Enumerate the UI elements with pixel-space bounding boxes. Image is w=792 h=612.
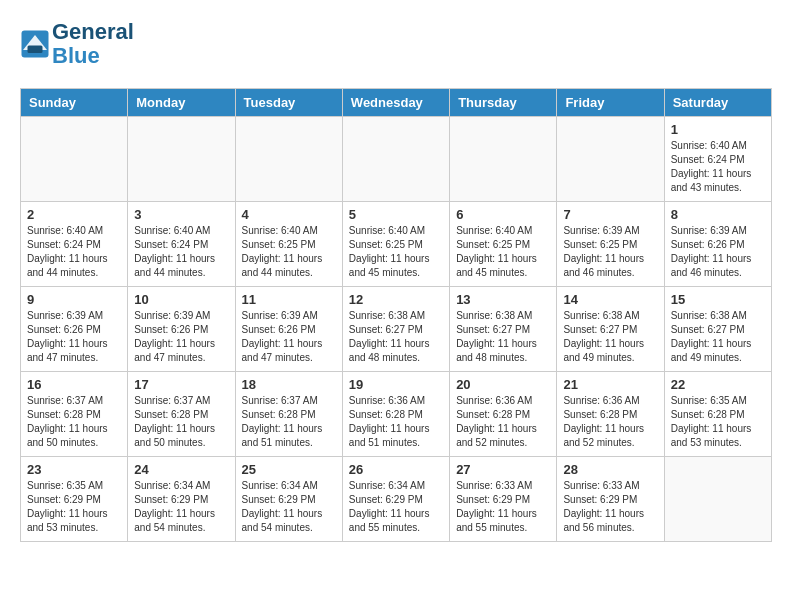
day-number: 18 <box>242 377 336 392</box>
day-info: Sunrise: 6:34 AM Sunset: 6:29 PM Dayligh… <box>134 479 228 535</box>
day-number: 28 <box>563 462 657 477</box>
calendar-cell: 3Sunrise: 6:40 AM Sunset: 6:24 PM Daylig… <box>128 202 235 287</box>
day-info: Sunrise: 6:37 AM Sunset: 6:28 PM Dayligh… <box>134 394 228 450</box>
day-info: Sunrise: 6:40 AM Sunset: 6:24 PM Dayligh… <box>671 139 765 195</box>
day-info: Sunrise: 6:37 AM Sunset: 6:28 PM Dayligh… <box>242 394 336 450</box>
calendar-cell <box>235 117 342 202</box>
calendar-cell: 27Sunrise: 6:33 AM Sunset: 6:29 PM Dayli… <box>450 457 557 542</box>
day-info: Sunrise: 6:38 AM Sunset: 6:27 PM Dayligh… <box>671 309 765 365</box>
calendar-cell: 28Sunrise: 6:33 AM Sunset: 6:29 PM Dayli… <box>557 457 664 542</box>
weekday-header-wednesday: Wednesday <box>342 89 449 117</box>
calendar-cell: 22Sunrise: 6:35 AM Sunset: 6:28 PM Dayli… <box>664 372 771 457</box>
calendar-cell: 15Sunrise: 6:38 AM Sunset: 6:27 PM Dayli… <box>664 287 771 372</box>
calendar-cell: 24Sunrise: 6:34 AM Sunset: 6:29 PM Dayli… <box>128 457 235 542</box>
day-number: 22 <box>671 377 765 392</box>
weekday-header-friday: Friday <box>557 89 664 117</box>
day-info: Sunrise: 6:37 AM Sunset: 6:28 PM Dayligh… <box>27 394 121 450</box>
day-number: 4 <box>242 207 336 222</box>
calendar-cell: 14Sunrise: 6:38 AM Sunset: 6:27 PM Dayli… <box>557 287 664 372</box>
day-info: Sunrise: 6:39 AM Sunset: 6:25 PM Dayligh… <box>563 224 657 280</box>
day-number: 16 <box>27 377 121 392</box>
calendar-cell <box>450 117 557 202</box>
day-info: Sunrise: 6:40 AM Sunset: 6:24 PM Dayligh… <box>134 224 228 280</box>
day-info: Sunrise: 6:33 AM Sunset: 6:29 PM Dayligh… <box>563 479 657 535</box>
calendar-cell: 6Sunrise: 6:40 AM Sunset: 6:25 PM Daylig… <box>450 202 557 287</box>
calendar-cell: 19Sunrise: 6:36 AM Sunset: 6:28 PM Dayli… <box>342 372 449 457</box>
day-number: 26 <box>349 462 443 477</box>
day-number: 2 <box>27 207 121 222</box>
calendar-cell <box>557 117 664 202</box>
calendar-cell: 12Sunrise: 6:38 AM Sunset: 6:27 PM Dayli… <box>342 287 449 372</box>
day-info: Sunrise: 6:39 AM Sunset: 6:26 PM Dayligh… <box>27 309 121 365</box>
calendar-cell <box>342 117 449 202</box>
weekday-header-thursday: Thursday <box>450 89 557 117</box>
day-info: Sunrise: 6:38 AM Sunset: 6:27 PM Dayligh… <box>563 309 657 365</box>
day-info: Sunrise: 6:34 AM Sunset: 6:29 PM Dayligh… <box>349 479 443 535</box>
day-info: Sunrise: 6:34 AM Sunset: 6:29 PM Dayligh… <box>242 479 336 535</box>
weekday-header-saturday: Saturday <box>664 89 771 117</box>
calendar-cell: 16Sunrise: 6:37 AM Sunset: 6:28 PM Dayli… <box>21 372 128 457</box>
logo: GeneralBlue <box>20 20 134 68</box>
day-info: Sunrise: 6:33 AM Sunset: 6:29 PM Dayligh… <box>456 479 550 535</box>
calendar-cell: 9Sunrise: 6:39 AM Sunset: 6:26 PM Daylig… <box>21 287 128 372</box>
calendar-cell <box>21 117 128 202</box>
day-number: 15 <box>671 292 765 307</box>
day-info: Sunrise: 6:36 AM Sunset: 6:28 PM Dayligh… <box>456 394 550 450</box>
day-number: 25 <box>242 462 336 477</box>
day-number: 6 <box>456 207 550 222</box>
logo-blue: Blue <box>52 43 100 68</box>
weekday-header-monday: Monday <box>128 89 235 117</box>
day-info: Sunrise: 6:36 AM Sunset: 6:28 PM Dayligh… <box>563 394 657 450</box>
day-info: Sunrise: 6:36 AM Sunset: 6:28 PM Dayligh… <box>349 394 443 450</box>
calendar-cell <box>128 117 235 202</box>
day-number: 3 <box>134 207 228 222</box>
calendar-cell: 21Sunrise: 6:36 AM Sunset: 6:28 PM Dayli… <box>557 372 664 457</box>
day-info: Sunrise: 6:40 AM Sunset: 6:24 PM Dayligh… <box>27 224 121 280</box>
day-number: 1 <box>671 122 765 137</box>
calendar-table: SundayMondayTuesdayWednesdayThursdayFrid… <box>20 88 772 542</box>
calendar-cell: 7Sunrise: 6:39 AM Sunset: 6:25 PM Daylig… <box>557 202 664 287</box>
day-info: Sunrise: 6:39 AM Sunset: 6:26 PM Dayligh… <box>671 224 765 280</box>
calendar-cell: 20Sunrise: 6:36 AM Sunset: 6:28 PM Dayli… <box>450 372 557 457</box>
day-number: 9 <box>27 292 121 307</box>
day-info: Sunrise: 6:40 AM Sunset: 6:25 PM Dayligh… <box>456 224 550 280</box>
day-number: 7 <box>563 207 657 222</box>
calendar-cell: 2Sunrise: 6:40 AM Sunset: 6:24 PM Daylig… <box>21 202 128 287</box>
day-info: Sunrise: 6:38 AM Sunset: 6:27 PM Dayligh… <box>456 309 550 365</box>
weekday-header-sunday: Sunday <box>21 89 128 117</box>
day-info: Sunrise: 6:38 AM Sunset: 6:27 PM Dayligh… <box>349 309 443 365</box>
day-number: 13 <box>456 292 550 307</box>
calendar-cell: 25Sunrise: 6:34 AM Sunset: 6:29 PM Dayli… <box>235 457 342 542</box>
day-number: 21 <box>563 377 657 392</box>
calendar-cell: 26Sunrise: 6:34 AM Sunset: 6:29 PM Dayli… <box>342 457 449 542</box>
day-info: Sunrise: 6:35 AM Sunset: 6:28 PM Dayligh… <box>671 394 765 450</box>
calendar-cell: 13Sunrise: 6:38 AM Sunset: 6:27 PM Dayli… <box>450 287 557 372</box>
day-number: 11 <box>242 292 336 307</box>
day-number: 17 <box>134 377 228 392</box>
day-info: Sunrise: 6:40 AM Sunset: 6:25 PM Dayligh… <box>242 224 336 280</box>
day-number: 12 <box>349 292 443 307</box>
calendar-cell: 11Sunrise: 6:39 AM Sunset: 6:26 PM Dayli… <box>235 287 342 372</box>
day-info: Sunrise: 6:40 AM Sunset: 6:25 PM Dayligh… <box>349 224 443 280</box>
calendar-cell: 4Sunrise: 6:40 AM Sunset: 6:25 PM Daylig… <box>235 202 342 287</box>
day-number: 24 <box>134 462 228 477</box>
weekday-header-tuesday: Tuesday <box>235 89 342 117</box>
day-number: 8 <box>671 207 765 222</box>
svg-rect-2 <box>28 46 43 54</box>
day-number: 5 <box>349 207 443 222</box>
day-info: Sunrise: 6:35 AM Sunset: 6:29 PM Dayligh… <box>27 479 121 535</box>
calendar-cell: 10Sunrise: 6:39 AM Sunset: 6:26 PM Dayli… <box>128 287 235 372</box>
day-number: 20 <box>456 377 550 392</box>
calendar-cell: 8Sunrise: 6:39 AM Sunset: 6:26 PM Daylig… <box>664 202 771 287</box>
day-number: 14 <box>563 292 657 307</box>
calendar-cell: 18Sunrise: 6:37 AM Sunset: 6:28 PM Dayli… <box>235 372 342 457</box>
day-info: Sunrise: 6:39 AM Sunset: 6:26 PM Dayligh… <box>134 309 228 365</box>
calendar-cell: 1Sunrise: 6:40 AM Sunset: 6:24 PM Daylig… <box>664 117 771 202</box>
day-info: Sunrise: 6:39 AM Sunset: 6:26 PM Dayligh… <box>242 309 336 365</box>
day-number: 27 <box>456 462 550 477</box>
calendar-cell <box>664 457 771 542</box>
logo-general: GeneralBlue <box>52 20 134 68</box>
day-number: 10 <box>134 292 228 307</box>
day-number: 23 <box>27 462 121 477</box>
calendar-cell: 5Sunrise: 6:40 AM Sunset: 6:25 PM Daylig… <box>342 202 449 287</box>
